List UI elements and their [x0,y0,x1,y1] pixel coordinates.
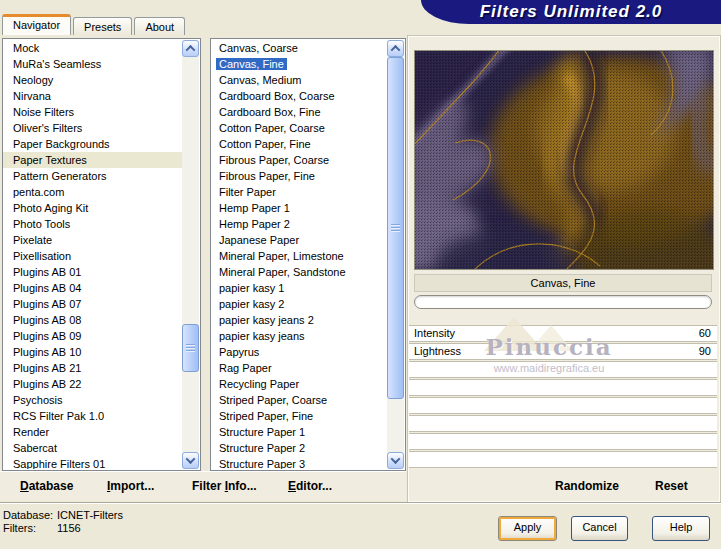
list-item[interactable]: Pattern Generators [3,168,182,184]
list-item[interactable]: Japanese Paper [211,232,387,248]
list-item-label: Plugins AB 21 [13,362,82,374]
list-item[interactable]: Paper Textures [3,152,182,168]
list-item[interactable]: Hemp Paper 2 [211,216,387,232]
randomize-button[interactable]: Randomize [555,479,619,493]
filters-count-label: Filters: [3,522,36,535]
list-item-label: Neology [13,74,53,86]
list-item[interactable]: Sapphire Filters 01 [3,456,182,469]
list-item-label: Canvas, Fine [216,58,287,70]
filter-list: Canvas, CoarseCanvas, FineCanvas, Medium… [210,38,406,471]
list-item[interactable]: Plugins AB 01 [3,264,182,280]
list-item[interactable]: Striped Paper, Fine [211,408,387,424]
list-item[interactable]: Plugins AB 10 [3,344,182,360]
list-item-label: Fibrous Paper, Fine [219,170,315,182]
list-item[interactable]: Cotton Paper, Coarse [211,120,387,136]
list-item[interactable]: Plugins AB 07 [3,296,182,312]
list-item[interactable]: Plugins AB 22 [3,376,182,392]
label-rest: ditor... [296,479,332,493]
list-item[interactable]: Structure Paper 2 [211,440,387,456]
filter-info-button[interactable]: Filter Info... [192,479,257,493]
list-item[interactable]: papier kasy 1 [211,280,387,296]
list-item[interactable]: Plugins AB 09 [3,328,182,344]
list-item-label: papier kasy jeans [219,330,305,342]
list-item[interactable]: Fibrous Paper, Coarse [211,152,387,168]
list-item[interactable]: Nirvana [3,88,182,104]
list-item[interactable]: Mock [3,40,182,56]
list-item[interactable]: Neology [3,72,182,88]
list-item[interactable]: Canvas, Medium [211,72,387,88]
tab-navigator[interactable]: Navigator [2,14,71,35]
list-item[interactable]: Pixelate [3,232,182,248]
list-item[interactable]: Mineral Paper, Sandstone [211,264,387,280]
list-item[interactable]: papier kasy jeans 2 [211,312,387,328]
apply-button[interactable]: Apply [498,516,557,541]
selected-filter-caption: Canvas, Fine [414,274,712,292]
filter-list-rows: Canvas, CoarseCanvas, FineCanvas, Medium… [211,40,387,469]
list-item[interactable]: Render [3,424,182,440]
list-item[interactable]: Photo Aging Kit [3,200,182,216]
list-item[interactable]: Plugins AB 08 [3,312,182,328]
list-item[interactable]: Mineral Paper, Limestone [211,248,387,264]
list-item[interactable]: Hemp Paper 1 [211,200,387,216]
list-item[interactable]: Structure Paper 3 [211,456,387,469]
list-item-label: Oliver's Filters [13,122,82,134]
scroll-down-button[interactable] [182,452,199,469]
editor-button[interactable]: Editor... [288,479,332,493]
scroll-up-button[interactable] [387,40,404,57]
list-item[interactable]: Paper Backgrounds [3,136,182,152]
list-item[interactable]: Cardboard Box, Coarse [211,88,387,104]
list-item[interactable]: Sabercat [3,440,182,456]
scroll-down-button[interactable] [387,452,404,469]
scrollbar-thumb[interactable] [387,57,404,399]
scrollbar-thumb[interactable] [182,324,199,372]
list-item[interactable]: Recycling Paper [211,376,387,392]
list-item[interactable]: Photo Tools [3,216,182,232]
tab-strip: Navigator Presets About [2,13,187,35]
list-item[interactable]: Canvas, Fine [211,56,387,72]
list-item-label: Cardboard Box, Fine [219,106,321,118]
category-list: MockMuRa's SeamlessNeologyNirvanaNoise F… [2,38,201,471]
list-item[interactable]: Papyrus [211,344,387,360]
label-accel: D [20,479,29,493]
list-item[interactable]: Plugins AB 04 [3,280,182,296]
tab-about[interactable]: About [134,17,185,35]
app-title: Filters Unlimited 2.0 [421,0,721,24]
filter-list-scrollbar[interactable] [387,40,404,469]
list-item[interactable]: Cardboard Box, Fine [211,104,387,120]
list-item[interactable]: papier kasy 2 [211,296,387,312]
category-list-scrollbar[interactable] [182,40,199,469]
cancel-button[interactable]: Cancel [571,516,628,541]
list-item[interactable]: Cotton Paper, Fine [211,136,387,152]
slider-row-empty [409,361,717,378]
scroll-up-button[interactable] [182,40,199,57]
preview-image[interactable] [414,50,714,270]
list-item-label: Psychosis [13,394,63,406]
list-item-label: RCS Filter Pak 1.0 [13,410,104,422]
list-item-label: Cotton Paper, Fine [219,138,311,150]
list-item-label: Recycling Paper [219,378,299,390]
list-item[interactable]: Pixellisation [3,248,182,264]
list-item[interactable]: RCS Filter Pak 1.0 [3,408,182,424]
help-button[interactable]: Help [652,516,710,541]
list-item[interactable]: MuRa's Seamless [3,56,182,72]
list-item[interactable]: Psychosis [3,392,182,408]
import-button[interactable]: Import... [107,479,154,493]
list-item[interactable]: Fibrous Paper, Fine [211,168,387,184]
tab-presets[interactable]: Presets [73,17,132,35]
list-item[interactable]: papier kasy jeans [211,328,387,344]
list-item[interactable]: Plugins AB 21 [3,360,182,376]
list-item-label: Papyrus [219,346,259,358]
database-button[interactable]: Database [20,479,73,493]
list-item[interactable]: Filter Paper [211,184,387,200]
reset-button[interactable]: Reset [655,479,688,493]
list-item-label: Render [13,426,49,438]
list-item[interactable]: Noise Filters [3,104,182,120]
list-item[interactable]: Rag Paper [211,360,387,376]
list-item[interactable]: Structure Paper 1 [211,424,387,440]
list-item[interactable]: Striped Paper, Coarse [211,392,387,408]
list-item[interactable]: penta.com [3,184,182,200]
list-item[interactable]: Canvas, Coarse [211,40,387,56]
list-item-label: Fibrous Paper, Coarse [219,154,329,166]
list-item[interactable]: Oliver's Filters [3,120,182,136]
slider-row-empty [409,451,717,468]
